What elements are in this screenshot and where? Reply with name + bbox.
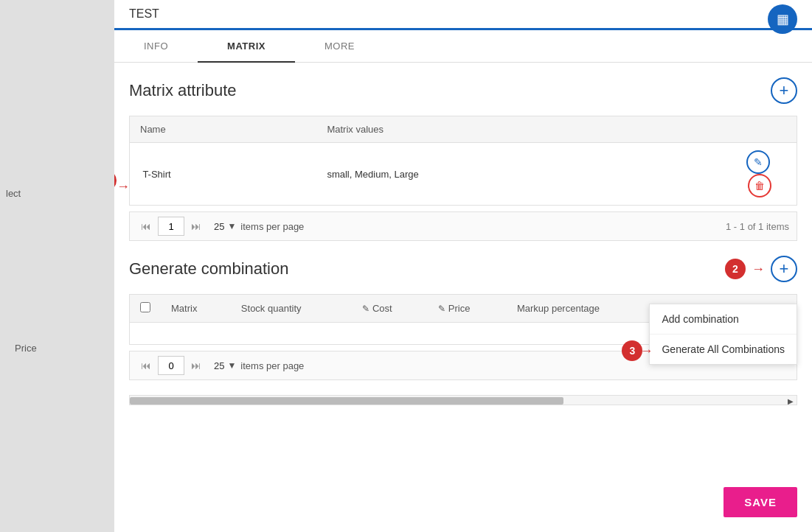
add-matrix-attribute-button[interactable]: + — [771, 77, 797, 104]
col-cost: ✎Cost — [352, 295, 428, 323]
matrix-attribute-title: Matrix attribute — [129, 81, 237, 100]
col-markup: Markup percentage — [507, 295, 662, 323]
tab-info[interactable]: INFO — [114, 30, 198, 62]
header-title: TEST — [129, 7, 159, 21]
sidebar: lect Price — [0, 0, 114, 532]
row-actions: ✎ 🗑 — [723, 143, 797, 206]
col-price: ✎Price — [428, 295, 507, 323]
dropdown-menu: Add combination 3 → Generate All Combina… — [649, 304, 797, 365]
generate-combination-title: Generate combination — [129, 259, 288, 279]
tab-more[interactable]: MORE — [295, 30, 384, 62]
arrow-2: → — [752, 262, 765, 277]
comb-last-page-button[interactable]: ⏭ — [187, 357, 205, 374]
horizontal-scrollbar[interactable]: ▶ — [129, 395, 797, 405]
comb-per-page-select[interactable]: 25 ▼ items per page — [214, 360, 304, 371]
generate-combination-header: Generate combination 2 → + — [129, 256, 797, 282]
delete-button[interactable]: 🗑 — [748, 174, 771, 197]
comb-per-page-value: 25 — [214, 360, 224, 371]
comb-page-input[interactable] — [158, 356, 184, 375]
sidebar-select-label: lect — [6, 188, 21, 199]
scroll-right-arrow-icon: ▶ — [788, 396, 794, 405]
last-page-button[interactable]: ⏭ — [187, 217, 205, 235]
per-page-arrow-icon: ▼ — [227, 221, 236, 231]
first-page-button[interactable]: ⏮ — [137, 217, 155, 235]
matrix-attribute-table: Name Matrix values 1 → T-Shirt small — [129, 116, 797, 206]
row-name: 1 → T-Shirt — [130, 143, 317, 206]
dropdown-add-combination[interactable]: Add combination — [650, 304, 797, 335]
per-page-select[interactable]: 25 ▼ items per page — [214, 221, 304, 232]
tab-navigation: INFO MATRIX MORE — [114, 30, 812, 63]
tab-matrix[interactable]: MATRIX — [198, 30, 295, 62]
col-actions — [723, 116, 797, 143]
col-stock: Stock quantity — [231, 295, 352, 323]
arrow-1: → — [117, 179, 130, 195]
matrix-pagination: ⏮ ⏭ 25 ▼ items per page 1 - 1 of 1 items — [129, 211, 797, 241]
per-page-label: items per page — [240, 221, 304, 232]
row-values: small, Medium, Large — [316, 143, 723, 206]
sidebar-price-label: Price — [15, 343, 37, 354]
save-button[interactable]: SAVE — [723, 487, 797, 517]
col-matrix-values: Matrix values — [316, 116, 723, 143]
edit-button[interactable]: ✎ — [746, 150, 770, 174]
pagination-info: 1 - 1 of 1 items — [726, 221, 789, 232]
add-combination-button[interactable]: + — [771, 256, 797, 282]
comb-per-page-arrow-icon: ▼ — [227, 360, 236, 371]
select-all-checkbox[interactable] — [140, 302, 150, 312]
header-icon[interactable]: ▦ — [768, 4, 797, 34]
main-content: TEST ▦ INFO MATRIX MORE Matrix attribute… — [114, 0, 812, 532]
page-input[interactable] — [158, 217, 184, 236]
col-checkbox — [130, 295, 162, 323]
col-matrix: Matrix — [161, 295, 231, 323]
matrix-attribute-header: Matrix attribute + — [129, 77, 797, 104]
col-name: Name — [130, 116, 317, 143]
header-icon-symbol: ▦ — [777, 11, 789, 27]
header-bar: TEST ▦ — [114, 0, 812, 30]
comb-first-page-button[interactable]: ⏮ — [137, 357, 155, 374]
per-page-value: 25 — [214, 221, 224, 232]
scroll-thumb — [130, 397, 563, 405]
content-area: Matrix attribute + Name Matrix values 1 — [114, 63, 812, 532]
dropdown-generate-all[interactable]: 3 → Generate All Combinations — [650, 335, 797, 364]
comb-per-page-label: items per page — [240, 360, 304, 371]
annotation-2: 2 — [725, 259, 746, 279]
table-row: 1 → T-Shirt small, Medium, Large ✎ 🗑 — [130, 143, 797, 206]
